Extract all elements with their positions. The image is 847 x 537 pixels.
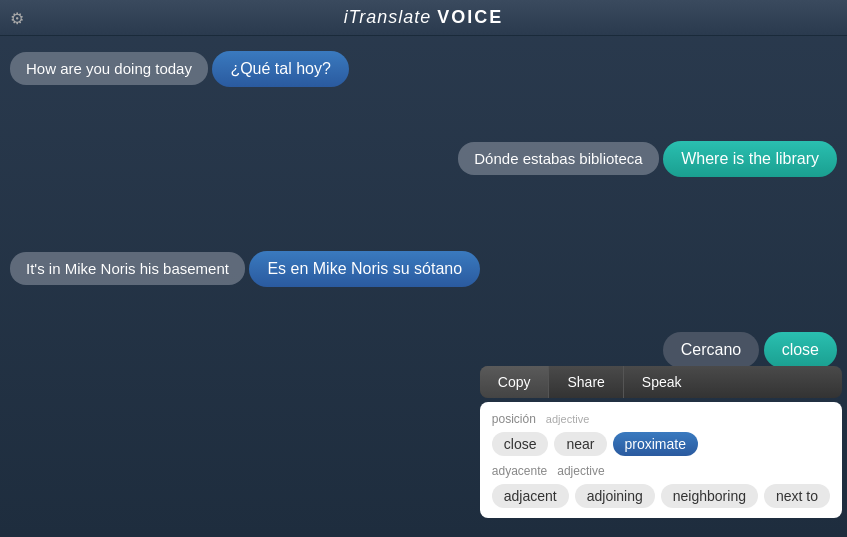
gear-icon[interactable]: ⚙ bbox=[10, 8, 24, 27]
msg3-bubble[interactable]: Dónde estabas biblioteca bbox=[458, 142, 658, 175]
app-title-bold: VOICE bbox=[437, 7, 503, 27]
msg1-group: How are you doing today ¿Qué tal hoy? bbox=[10, 46, 349, 87]
msg2-bubble[interactable]: ¿Qué tal hoy? bbox=[212, 51, 349, 87]
chat-area: How are you doing today ¿Qué tal hoy? Dó… bbox=[0, 36, 847, 537]
app-title-italic: iTranslate bbox=[344, 7, 432, 27]
msg6-bubble[interactable]: Es en Mike Noris su sótano bbox=[249, 251, 480, 287]
popup-cat1-name: posición bbox=[492, 412, 536, 426]
word-chip-adjacent[interactable]: adjacent bbox=[492, 484, 569, 508]
msg5-bubble[interactable]: It's in Mike Noris his basement bbox=[10, 252, 245, 285]
word-chip-proximate[interactable]: proximate bbox=[613, 432, 698, 456]
popup-cat2-adj: adjective bbox=[557, 464, 604, 478]
popup-cat2-name: adyacente bbox=[492, 464, 547, 478]
word-chip-near[interactable]: near bbox=[554, 432, 606, 456]
popup-cat1-adj: adjective bbox=[546, 413, 589, 425]
popup-action-bar: Copy Share Speak bbox=[480, 366, 842, 398]
msg8-bubble[interactable]: close bbox=[764, 332, 837, 368]
copy-button[interactable]: Copy bbox=[480, 366, 550, 398]
msg1-bubble[interactable]: How are you doing today bbox=[10, 52, 208, 85]
app-header: ⚙ iTranslate VOICE bbox=[0, 0, 847, 36]
popup-section1-words: close near proximate bbox=[492, 432, 830, 456]
msg3-group: Dónde estabas biblioteca Where is the li… bbox=[458, 136, 837, 177]
msg5-group: It's in Mike Noris his basement Es en Mi… bbox=[10, 246, 480, 287]
word-chip-neighboring[interactable]: neighboring bbox=[661, 484, 758, 508]
translation-popup: Copy Share Speak posición adjective clos… bbox=[480, 366, 842, 518]
speak-button[interactable]: Speak bbox=[624, 366, 700, 398]
msg7-bubble[interactable]: Cercano bbox=[663, 332, 759, 368]
msg7-group: Cercano close bbox=[663, 326, 837, 368]
popup-content: posición adjective close near proximate … bbox=[480, 402, 842, 518]
popup-section1-label: posición adjective bbox=[492, 412, 830, 426]
popup-section2-words: adjacent adjoining neighboring next to bbox=[492, 484, 830, 508]
word-chip-adjoining[interactable]: adjoining bbox=[575, 484, 655, 508]
word-chip-next-to[interactable]: next to bbox=[764, 484, 830, 508]
word-chip-close[interactable]: close bbox=[492, 432, 549, 456]
share-button[interactable]: Share bbox=[549, 366, 623, 398]
popup-section2-label: adyacente adjective bbox=[492, 464, 830, 478]
msg4-bubble[interactable]: Where is the library bbox=[663, 141, 837, 177]
app-title: iTranslate VOICE bbox=[344, 7, 504, 28]
